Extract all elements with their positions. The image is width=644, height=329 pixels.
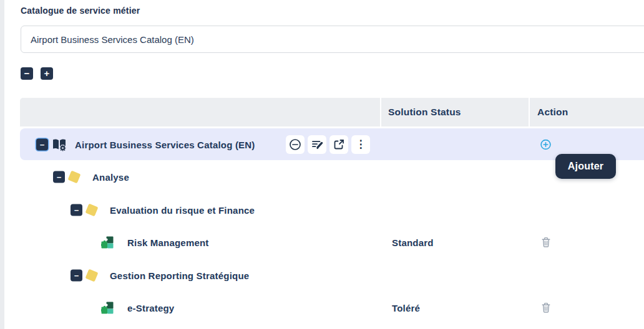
row-action-group: ⋮ [286, 135, 370, 154]
detach-button[interactable] [286, 135, 305, 154]
collapse-node-button[interactable]: − [53, 171, 65, 183]
minus-icon: − [57, 171, 62, 182]
delete-row-button[interactable] [541, 237, 551, 248]
catalog-select-value: Airport Business Services Catalog (EN) [31, 34, 194, 45]
service-puzzle-icon [101, 236, 114, 249]
category-note-icon [85, 269, 99, 282]
catalog-book-gear-icon [52, 138, 67, 151]
solution-status-value: Standard [392, 237, 434, 248]
minus-icon: − [74, 270, 79, 280]
ajouter-tooltip: Ajouter [555, 154, 616, 179]
edit-button[interactable] [308, 135, 326, 154]
delete-row-button[interactable] [541, 302, 551, 313]
node-label[interactable]: Evaluation du risque et Finance [110, 204, 255, 215]
open-in-new-button[interactable] [329, 135, 348, 154]
node-label[interactable]: Risk Management [127, 237, 209, 248]
column-header-label: Action [537, 107, 568, 118]
more-options-button[interactable]: ⋮ [351, 135, 370, 154]
open-in-new-icon [333, 138, 345, 151]
plus-circle-icon [540, 139, 551, 150]
page-left-edge [0, 0, 4, 329]
collapse-node-button[interactable]: − [36, 138, 48, 150]
solution-status-value: Toléré [392, 303, 420, 313]
tooltip-label: Ajouter [568, 161, 603, 172]
expand-all-button[interactable]: + [41, 67, 53, 80]
service-puzzle-icon [101, 302, 114, 314]
node-label[interactable]: Gestion Reporting Stratégique [110, 270, 249, 280]
collapse-node-button[interactable]: − [71, 269, 82, 281]
category-note-icon [85, 203, 99, 216]
category-note-icon [68, 170, 81, 183]
node-label[interactable]: Airport Business Services Catalog (EN) [75, 139, 255, 150]
tree-row-category: − Evaluation du risque et Finance [20, 193, 644, 226]
catalog-select[interactable]: Airport Business Services Catalog (EN) [21, 26, 644, 53]
edit-list-icon [311, 138, 323, 150]
kebab-menu-icon: ⋮ [356, 139, 366, 150]
minus-icon: − [74, 204, 79, 215]
minus-icon: − [24, 68, 30, 79]
column-header-label: Solution Status [388, 107, 461, 118]
tree-row-category: − Analyse [20, 160, 644, 193]
column-header-action: Action [530, 98, 644, 126]
trash-icon [541, 302, 551, 313]
tree-row-service: Risk Management Standard [20, 226, 644, 259]
catalog-field-label: Catalogue de service métier [21, 6, 140, 16]
add-child-button[interactable] [540, 139, 551, 150]
collapse-all-button[interactable]: − [21, 67, 33, 80]
minus-icon: − [40, 139, 45, 150]
node-label[interactable]: e-Strategy [127, 303, 174, 313]
collapse-node-button[interactable]: − [71, 204, 82, 216]
tree-row-category: − Gestion Reporting Stratégique [20, 259, 644, 292]
circle-minus-icon [289, 138, 301, 151]
tree-row-service: e-Strategy Toléré [20, 292, 644, 324]
plus-icon: + [44, 68, 50, 79]
node-label[interactable]: Analyse [92, 171, 129, 182]
tree-row-catalog: − Airport Business Services Catalog (EN)… [20, 128, 644, 160]
column-header-solution-status: Solution Status [381, 98, 529, 126]
column-header-tree [20, 98, 380, 126]
trash-icon [541, 237, 551, 248]
